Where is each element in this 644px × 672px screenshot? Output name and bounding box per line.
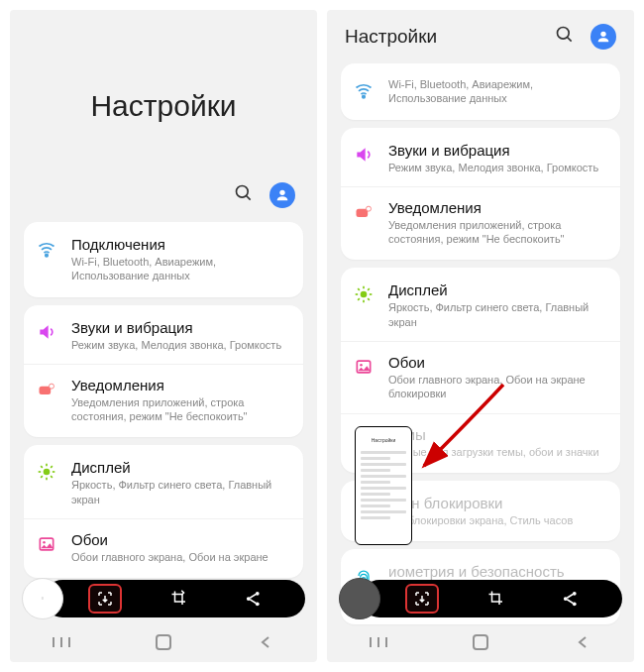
settings-card: Дисплей Яркость, Фильтр синего света, Гл…: [24, 445, 303, 578]
sound-icon: [353, 144, 375, 166]
settings-card: Подключения Wi-Fi, Bluetooth, Авиарежим,…: [24, 222, 303, 297]
item-text: Уведомления Уведомления приложений, стро…: [71, 377, 291, 424]
scroll-capture-button[interactable]: [88, 584, 122, 614]
svg-line-35: [358, 289, 360, 291]
item-text: Звуки и вибрация Режим звука, Мелодия зв…: [388, 142, 608, 174]
header-actions: [10, 172, 317, 222]
phone-right: Настройки Wi-Fi, Bluetooth, Авиарежим, И…: [327, 10, 634, 662]
item-subtitle: Режим звука, Мелодия звонка, Громкость: [71, 338, 291, 352]
item-subtitle: Яркость, Фильтр синего света, Главный эк…: [71, 478, 291, 506]
item-subtitle: Уведомления приложений, строка состояния…: [71, 395, 291, 424]
item-title: кран блокировки: [388, 495, 608, 511]
item-text: Дисплей Яркость, Фильтр синего света, Гл…: [71, 459, 291, 506]
list-item[interactable]: Звуки и вибрация Режим звука, Мелодия зв…: [341, 130, 620, 186]
item-title: Подключения: [71, 236, 291, 253]
item-title: Дисплей: [388, 281, 608, 298]
svg-point-2: [279, 190, 284, 195]
svg-point-16: [43, 541, 46, 544]
list-item[interactable]: Уведомления Уведомления приложений, стро…: [341, 186, 620, 259]
annotation-arrow: [404, 377, 513, 486]
svg-point-30: [361, 291, 368, 298]
svg-point-5: [50, 384, 54, 389]
list-item[interactable]: Подключения Wi-Fi, Bluetooth, Авиарежим,…: [24, 224, 303, 295]
back-button[interactable]: [553, 627, 612, 657]
svg-point-24: [558, 28, 570, 40]
list-item[interactable]: Уведомления Уведомления приложений, стро…: [24, 364, 303, 436]
android-navbar: [10, 622, 317, 662]
avatar[interactable]: [590, 24, 616, 50]
svg-line-13: [41, 477, 43, 479]
display-icon: [353, 283, 375, 305]
item-text: Дисплей Яркость, Фильтр синего света, Гл…: [388, 281, 608, 329]
notif-icon: [36, 379, 57, 400]
search-icon[interactable]: [234, 183, 254, 207]
svg-line-11: [41, 467, 43, 469]
sound-icon: [36, 321, 57, 343]
back-button[interactable]: [236, 627, 295, 657]
home-button[interactable]: [134, 627, 193, 657]
svg-line-36: [368, 299, 370, 301]
crop-button[interactable]: [480, 584, 513, 614]
item-subtitle: Яркость, Фильтр синего света, Главный эк…: [388, 300, 608, 329]
crop-button[interactable]: [162, 584, 196, 614]
item-title: Обои: [388, 354, 608, 371]
recents-button[interactable]: [349, 627, 408, 657]
display-icon: [36, 461, 57, 483]
item-title: Звуки и вибрация: [388, 142, 608, 159]
svg-point-0: [237, 186, 249, 198]
screenshot-toolbar: ≡: [22, 577, 305, 620]
search-icon[interactable]: [555, 25, 575, 49]
header: Настройки: [327, 10, 634, 63]
notif-icon: [353, 201, 375, 223]
list-item[interactable]: Обои Обои главного экрана, Обои на экран…: [24, 518, 303, 576]
screenshot-toolbar: [339, 577, 622, 620]
item-subtitle: —п блокировки экрана, Стиль часов: [388, 513, 608, 527]
settings-card: Звуки и вибрация Режим звука, Мелодия зв…: [24, 305, 303, 438]
list-item[interactable]: Дисплей Яркость, Фильтр синего света, Гл…: [24, 447, 303, 518]
list-item[interactable]: Звуки и вибрация Режим звука, Мелодия зв…: [24, 307, 303, 364]
svg-point-29: [367, 206, 372, 211]
page-title: Настройки: [10, 10, 317, 172]
svg-point-40: [360, 364, 363, 367]
svg-point-26: [600, 32, 605, 37]
recents-button[interactable]: [32, 627, 91, 657]
wallpaper-icon: [36, 533, 57, 555]
preview-title: Настройки: [359, 437, 408, 443]
page-title: Настройки: [345, 26, 555, 48]
settings-card: Звуки и вибрация Режим звука, Мелодия зв…: [341, 128, 620, 261]
home-button[interactable]: [451, 627, 510, 657]
svg-line-14: [51, 467, 53, 469]
svg-rect-50: [474, 635, 487, 649]
wifi-icon: [36, 238, 57, 260]
item-text: Обои Обои главного экрана, Обои на экран…: [71, 531, 291, 564]
list-item[interactable]: Wi-Fi, Bluetooth, Авиарежим, Использован…: [341, 65, 620, 118]
share-button[interactable]: [237, 584, 270, 614]
android-navbar: [327, 622, 634, 662]
svg-rect-23: [157, 635, 170, 649]
svg-point-3: [46, 254, 49, 257]
svg-line-37: [358, 299, 360, 301]
item-text: Уведомления Уведомления приложений, стро…: [388, 199, 608, 247]
screenshot-thumbnail[interactable]: ≡: [22, 578, 63, 619]
svg-point-27: [363, 95, 366, 98]
scroll-capture-button[interactable]: [405, 584, 439, 614]
svg-point-6: [44, 469, 51, 476]
item-subtitle: Wi-Fi, Bluetooth, Авиарежим, Использован…: [71, 255, 291, 283]
phone-left: Настройки Подключения Wi-Fi, Bluetooth, …: [10, 10, 317, 662]
item-subtitle: Wi-Fi, Bluetooth, Авиарежим, Использован…: [388, 77, 608, 106]
svg-line-25: [568, 38, 572, 42]
list-item[interactable]: Дисплей Яркость, Фильтр синего света, Гл…: [341, 270, 620, 341]
item-text: Звуки и вибрация Режим звука, Мелодия зв…: [71, 319, 291, 352]
avatar[interactable]: [269, 182, 295, 208]
svg-line-1: [247, 196, 251, 200]
item-title: Уведомления: [71, 377, 291, 393]
toolbar-pill: [44, 580, 305, 617]
item-title: Уведомления: [388, 199, 608, 216]
item-title: Обои: [71, 531, 291, 548]
share-button[interactable]: [554, 584, 588, 614]
toolbar-pill: [361, 580, 622, 617]
wifi-icon: [353, 79, 375, 101]
screenshot-thumbnail[interactable]: [339, 578, 380, 619]
wallpaper-icon: [353, 356, 375, 378]
settings-list: Wi-Fi, Bluetooth, Авиарежим, Использован…: [327, 63, 634, 662]
